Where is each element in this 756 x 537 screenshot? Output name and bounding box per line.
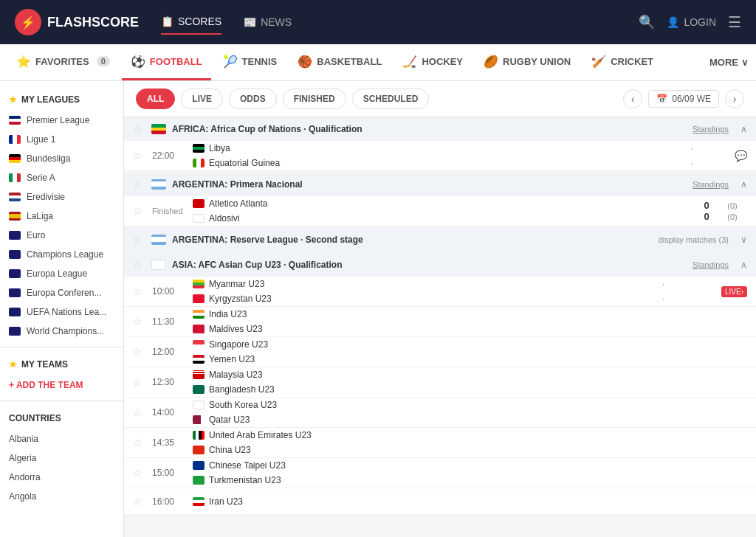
home-agg: (0) (718, 201, 747, 210)
away-score: 0 (695, 211, 718, 222)
prev-date-button[interactable]: ‹ (623, 89, 642, 108)
filter-bar: ALL LIVE ODDS FINISHED SCHEDULED ‹ 📅 06/… (124, 81, 756, 117)
match-favorite-icon[interactable]: ☆ (133, 150, 145, 162)
sidebar-item-europa-conference[interactable]: Europa Conferen... (0, 283, 123, 302)
standings-link[interactable]: Standings (693, 260, 729, 269)
standings-link[interactable]: Standings (693, 125, 729, 134)
away-team: Yemen U23 (209, 354, 255, 364)
nav-news[interactable]: 📰 NEWS (244, 10, 292, 35)
sidebar-item-premier-league[interactable]: Premier League (0, 111, 123, 130)
next-date-button[interactable]: › (725, 89, 744, 108)
table-row: ☆ 12:30 Malaysia U23 Bangladesh U23 (124, 367, 756, 398)
league-asia-afc: ☆ ASIA: AFC Asian Cup U23 · Qualificatio… (124, 253, 756, 515)
sidebar-item-bundesliga[interactable]: Bundesliga (0, 149, 123, 168)
filter-all[interactable]: ALL (136, 89, 175, 109)
flag-uae (193, 431, 205, 440)
home-team: Libya (209, 143, 230, 153)
sidebar-item-ligue1[interactable]: Ligue 1 (0, 130, 123, 149)
favorite-star-icon[interactable]: ☆ (133, 259, 142, 271)
divider2 (0, 401, 123, 401)
country-angola[interactable]: Angola (0, 487, 123, 506)
expand-icon[interactable]: ∨ (740, 235, 747, 245)
more-sports-button[interactable]: MORE ∨ (709, 57, 749, 68)
match-favorite-icon[interactable]: ☆ (133, 467, 145, 479)
sport-cricket[interactable]: 🏏 CRICKET (583, 44, 662, 80)
header: ⚡ FLASHSCORE 📋 SCORES 📰 NEWS 🔍 👤 LOGIN ☰ (0, 0, 756, 44)
sport-tennis[interactable]: 🎾 TENNIS (214, 44, 286, 80)
hockey-icon: 🏒 (402, 55, 417, 69)
flag-uel (9, 269, 21, 278)
league-arg-reserve-header[interactable]: ☆ ARGENTINA: Reserve League · Second sta… (124, 228, 756, 252)
league-arg-primera-header[interactable]: ☆ ARGENTINA: Primera Nacional Standings … (124, 173, 756, 196)
favorite-star-icon[interactable]: ☆ (133, 234, 142, 246)
flag-argentina (151, 179, 166, 190)
tennis-icon: 🎾 (223, 55, 238, 69)
table-row: ☆ 11:30 India U23 Maldives U23 (124, 307, 756, 337)
match-favorite-icon[interactable]: ☆ (133, 346, 145, 358)
filter-finished[interactable]: FINISHED (283, 89, 346, 109)
flag-india (193, 310, 205, 319)
nav-scores[interactable]: 📋 SCORES (161, 10, 221, 35)
match-favorite-icon[interactable]: ☆ (133, 316, 145, 328)
home-team: Atletico Atlanta (209, 198, 267, 209)
sport-basketball[interactable]: 🏀 BASKETBALL (289, 44, 391, 80)
filter-live[interactable]: LIVE (181, 89, 223, 109)
country-andorra[interactable]: Andorra (0, 468, 123, 487)
search-icon[interactable]: 🔍 (639, 14, 655, 30)
sidebar-item-nations-league[interactable]: UEFA Nations Lea... (0, 302, 123, 322)
flag-spain (9, 212, 21, 221)
sidebar-item-euro[interactable]: Euro (0, 226, 123, 245)
league-asia-afc-header[interactable]: ☆ ASIA: AFC Asian Cup U23 · Qualificatio… (124, 253, 756, 277)
table-row: ☆ 14:00 South Korea U23 Qatar U23 (124, 398, 756, 428)
cricket-icon: 🏏 (591, 55, 606, 69)
standings-link[interactable]: Standings (693, 180, 729, 189)
header-nav: 📋 SCORES 📰 NEWS (161, 10, 292, 35)
login-button[interactable]: 👤 LOGIN (667, 16, 716, 28)
display-matches[interactable]: display matches (3) (659, 235, 729, 244)
match-favorite-icon[interactable]: ☆ (133, 205, 145, 217)
match-favorite-icon[interactable]: ☆ (133, 376, 145, 388)
collapse-icon[interactable]: ∧ (740, 260, 747, 270)
match-favorite-icon[interactable]: ☆ (133, 285, 145, 297)
filter-scheduled[interactable]: SCHEDULED (352, 89, 430, 109)
match-favorite-icon[interactable]: ☆ (133, 406, 145, 418)
match-favorite-icon[interactable]: ☆ (133, 437, 145, 448)
country-algeria[interactable]: Algeria (0, 448, 123, 468)
sidebar-item-laliga[interactable]: LaLiga (0, 207, 123, 226)
flag-uecl (9, 288, 21, 297)
sport-football[interactable]: ⚽ FOOTBALL (122, 44, 211, 80)
add-team-button[interactable]: + ADD THE TEAM (0, 375, 123, 395)
sports-nav: ⭐ FAVORITES 0 ⚽ FOOTBALL 🎾 TENNIS 🏀 BASK… (0, 44, 756, 81)
collapse-icon[interactable]: ∧ (740, 124, 747, 134)
table-row: ☆ 15:00 Chinese Taipei U23 Turkmenistan … (124, 458, 756, 488)
date-display[interactable]: 📅 06/09 WE (648, 90, 719, 108)
favorite-star-icon[interactable]: ☆ (133, 123, 142, 135)
sidebar-item-serie-a[interactable]: Serie A (0, 168, 123, 187)
sidebar-item-world-champs[interactable]: World Champions... (0, 322, 123, 341)
flag-italy (9, 173, 21, 182)
favorite-star-icon[interactable]: ☆ (133, 179, 142, 190)
home-team: Singapore U23 (209, 339, 268, 350)
rugby-icon: 🏉 (484, 55, 498, 69)
sport-hockey[interactable]: 🏒 HOCKEY (394, 44, 472, 80)
league-arg-reserve-name: ARGENTINA: Reserve League · Second stage (172, 235, 653, 245)
away-team: Bangladesh U23 (209, 384, 275, 395)
sidebar-item-eredivisie[interactable]: Eredivisie (0, 187, 123, 207)
flag-eq-guinea (193, 159, 205, 167)
sport-rugby[interactable]: 🏉 RUGBY UNION (475, 44, 580, 80)
filter-odds[interactable]: ODDS (229, 89, 277, 109)
flag-turkmenistan (193, 476, 205, 485)
league-africa-acn-header[interactable]: ☆ AFRICA: Africa Cup of Nations · Qualif… (124, 117, 756, 141)
match-favorite-icon[interactable]: ☆ (133, 496, 145, 507)
date-nav: ‹ 📅 06/09 WE › (623, 89, 744, 108)
collapse-icon[interactable]: ∧ (740, 179, 747, 190)
country-albania[interactable]: Albania (0, 429, 123, 448)
home-team: India U23 (209, 309, 247, 319)
sport-favorites[interactable]: ⭐ FAVORITES 0 (7, 44, 119, 80)
sidebar-item-champions-league[interactable]: Champions League (0, 245, 123, 264)
favorites-badge: 0 (97, 56, 110, 66)
sidebar-item-europa-league[interactable]: Europa League (0, 264, 123, 283)
hamburger-icon[interactable]: ☰ (728, 13, 741, 31)
flag-aldosivi (193, 214, 205, 223)
flag-argentina (151, 235, 166, 245)
